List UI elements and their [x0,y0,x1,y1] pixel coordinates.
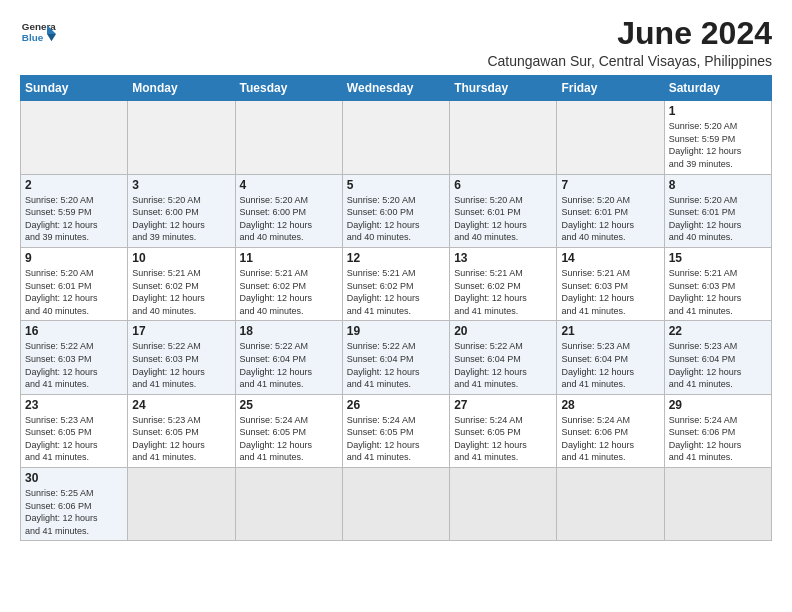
day-info: Sunrise: 5:20 AM Sunset: 6:00 PM Dayligh… [132,194,230,244]
day-info: Sunrise: 5:24 AM Sunset: 6:06 PM Dayligh… [669,414,767,464]
calendar-week-row: 16Sunrise: 5:22 AM Sunset: 6:03 PM Dayli… [21,321,772,394]
calendar-day: 15Sunrise: 5:21 AM Sunset: 6:03 PM Dayli… [664,247,771,320]
calendar-day [128,468,235,541]
calendar-week-row: 2Sunrise: 5:20 AM Sunset: 5:59 PM Daylig… [21,174,772,247]
day-number: 30 [25,471,123,485]
day-info: Sunrise: 5:23 AM Sunset: 6:05 PM Dayligh… [132,414,230,464]
day-info: Sunrise: 5:24 AM Sunset: 6:06 PM Dayligh… [561,414,659,464]
calendar-day: 13Sunrise: 5:21 AM Sunset: 6:02 PM Dayli… [450,247,557,320]
header-thursday: Thursday [450,76,557,101]
day-number: 28 [561,398,659,412]
calendar-day: 27Sunrise: 5:24 AM Sunset: 6:05 PM Dayli… [450,394,557,467]
day-info: Sunrise: 5:21 AM Sunset: 6:03 PM Dayligh… [669,267,767,317]
day-number: 29 [669,398,767,412]
calendar-subtitle: Catungawan Sur, Central Visayas, Philipp… [487,53,772,69]
day-info: Sunrise: 5:22 AM Sunset: 6:04 PM Dayligh… [240,340,338,390]
calendar-day [235,101,342,174]
day-info: Sunrise: 5:23 AM Sunset: 6:04 PM Dayligh… [669,340,767,390]
day-number: 1 [669,104,767,118]
day-number: 15 [669,251,767,265]
day-info: Sunrise: 5:20 AM Sunset: 6:01 PM Dayligh… [25,267,123,317]
day-number: 17 [132,324,230,338]
day-info: Sunrise: 5:22 AM Sunset: 6:03 PM Dayligh… [25,340,123,390]
day-info: Sunrise: 5:24 AM Sunset: 6:05 PM Dayligh… [454,414,552,464]
calendar-day: 4Sunrise: 5:20 AM Sunset: 6:00 PM Daylig… [235,174,342,247]
svg-text:Blue: Blue [22,32,44,43]
calendar-week-row: 23Sunrise: 5:23 AM Sunset: 6:05 PM Dayli… [21,394,772,467]
day-info: Sunrise: 5:21 AM Sunset: 6:03 PM Dayligh… [561,267,659,317]
calendar-day: 18Sunrise: 5:22 AM Sunset: 6:04 PM Dayli… [235,321,342,394]
calendar-day: 24Sunrise: 5:23 AM Sunset: 6:05 PM Dayli… [128,394,235,467]
day-info: Sunrise: 5:22 AM Sunset: 6:04 PM Dayligh… [454,340,552,390]
calendar-day: 21Sunrise: 5:23 AM Sunset: 6:04 PM Dayli… [557,321,664,394]
day-number: 18 [240,324,338,338]
day-info: Sunrise: 5:23 AM Sunset: 6:04 PM Dayligh… [561,340,659,390]
day-info: Sunrise: 5:21 AM Sunset: 6:02 PM Dayligh… [347,267,445,317]
day-number: 8 [669,178,767,192]
day-number: 22 [669,324,767,338]
calendar-day [450,101,557,174]
day-number: 12 [347,251,445,265]
calendar-day: 5Sunrise: 5:20 AM Sunset: 6:00 PM Daylig… [342,174,449,247]
calendar-day: 28Sunrise: 5:24 AM Sunset: 6:06 PM Dayli… [557,394,664,467]
calendar-day: 2Sunrise: 5:20 AM Sunset: 5:59 PM Daylig… [21,174,128,247]
header: General Blue June 2024 Catungawan Sur, C… [20,16,772,69]
day-info: Sunrise: 5:21 AM Sunset: 6:02 PM Dayligh… [132,267,230,317]
calendar-day: 12Sunrise: 5:21 AM Sunset: 6:02 PM Dayli… [342,247,449,320]
day-info: Sunrise: 5:25 AM Sunset: 6:06 PM Dayligh… [25,487,123,537]
calendar-day [557,468,664,541]
calendar-day: 17Sunrise: 5:22 AM Sunset: 6:03 PM Dayli… [128,321,235,394]
day-number: 20 [454,324,552,338]
calendar-day: 30Sunrise: 5:25 AM Sunset: 6:06 PM Dayli… [21,468,128,541]
calendar-day: 20Sunrise: 5:22 AM Sunset: 6:04 PM Dayli… [450,321,557,394]
calendar-day: 19Sunrise: 5:22 AM Sunset: 6:04 PM Dayli… [342,321,449,394]
day-number: 2 [25,178,123,192]
day-info: Sunrise: 5:21 AM Sunset: 6:02 PM Dayligh… [240,267,338,317]
svg-marker-3 [47,34,56,41]
calendar-day: 7Sunrise: 5:20 AM Sunset: 6:01 PM Daylig… [557,174,664,247]
day-info: Sunrise: 5:20 AM Sunset: 6:01 PM Dayligh… [454,194,552,244]
calendar-table: SundayMondayTuesdayWednesdayThursdayFrid… [20,75,772,541]
day-info: Sunrise: 5:21 AM Sunset: 6:02 PM Dayligh… [454,267,552,317]
day-info: Sunrise: 5:20 AM Sunset: 6:01 PM Dayligh… [669,194,767,244]
day-info: Sunrise: 5:20 AM Sunset: 6:00 PM Dayligh… [240,194,338,244]
day-info: Sunrise: 5:20 AM Sunset: 6:01 PM Dayligh… [561,194,659,244]
header-wednesday: Wednesday [342,76,449,101]
calendar-day [235,468,342,541]
calendar-day [557,101,664,174]
day-number: 3 [132,178,230,192]
calendar-day: 14Sunrise: 5:21 AM Sunset: 6:03 PM Dayli… [557,247,664,320]
day-number: 11 [240,251,338,265]
day-number: 4 [240,178,338,192]
calendar-day [342,468,449,541]
day-info: Sunrise: 5:24 AM Sunset: 6:05 PM Dayligh… [347,414,445,464]
calendar-title: June 2024 [487,16,772,51]
calendar-day: 22Sunrise: 5:23 AM Sunset: 6:04 PM Dayli… [664,321,771,394]
calendar-day [664,468,771,541]
calendar-day: 1Sunrise: 5:20 AM Sunset: 5:59 PM Daylig… [664,101,771,174]
calendar-day: 9Sunrise: 5:20 AM Sunset: 6:01 PM Daylig… [21,247,128,320]
header-friday: Friday [557,76,664,101]
day-info: Sunrise: 5:24 AM Sunset: 6:05 PM Dayligh… [240,414,338,464]
day-number: 23 [25,398,123,412]
calendar-day [21,101,128,174]
calendar-day: 10Sunrise: 5:21 AM Sunset: 6:02 PM Dayli… [128,247,235,320]
calendar-week-row: 30Sunrise: 5:25 AM Sunset: 6:06 PM Dayli… [21,468,772,541]
calendar-day [128,101,235,174]
calendar-header-row: SundayMondayTuesdayWednesdayThursdayFrid… [21,76,772,101]
day-info: Sunrise: 5:20 AM Sunset: 6:00 PM Dayligh… [347,194,445,244]
day-number: 5 [347,178,445,192]
day-info: Sunrise: 5:20 AM Sunset: 5:59 PM Dayligh… [25,194,123,244]
header-sunday: Sunday [21,76,128,101]
calendar-day [342,101,449,174]
day-info: Sunrise: 5:22 AM Sunset: 6:04 PM Dayligh… [347,340,445,390]
calendar-day: 29Sunrise: 5:24 AM Sunset: 6:06 PM Dayli… [664,394,771,467]
day-number: 24 [132,398,230,412]
title-block: June 2024 Catungawan Sur, Central Visaya… [487,16,772,69]
day-number: 14 [561,251,659,265]
day-info: Sunrise: 5:22 AM Sunset: 6:03 PM Dayligh… [132,340,230,390]
day-number: 26 [347,398,445,412]
day-number: 7 [561,178,659,192]
calendar-day [450,468,557,541]
calendar-day: 8Sunrise: 5:20 AM Sunset: 6:01 PM Daylig… [664,174,771,247]
